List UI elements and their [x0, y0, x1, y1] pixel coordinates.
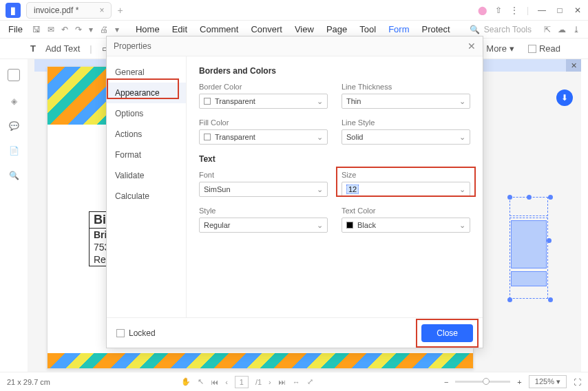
menu-page[interactable]: Page [326, 24, 347, 34]
titlebar: ▮ invoice.pdf * × + ⬤ ⇧ ⋮ | — □ ✕ [0, 0, 588, 21]
document-tab[interactable]: invoice.pdf * × [26, 2, 112, 19]
menu-comment[interactable]: Comment [200, 24, 238, 34]
properties-dialog: Properties ✕ General Appearance Options … [106, 36, 483, 348]
redo-icon[interactable]: ↷ [75, 25, 82, 34]
cloud-icon[interactable]: ⬤ [478, 6, 487, 15]
tab-title: invoice.pdf * [34, 6, 78, 15]
kebab-menu-icon[interactable]: ⋮ [510, 6, 518, 15]
swatch-icon [346, 222, 353, 229]
close-window-button[interactable]: ✕ [573, 6, 582, 15]
titlebar-right: ⬤ ⇧ ⋮ | — □ ✕ [478, 6, 582, 15]
external-icon[interactable]: ⇱ [544, 25, 551, 34]
section-text: Text [199, 154, 470, 164]
dialog-content: Borders and Colors Border Color Transpar… [187, 56, 483, 317]
print-icon[interactable]: 🖨 [100, 25, 108, 34]
side-options[interactable]: Options [107, 103, 186, 124]
mail-icon[interactable]: ✉ [48, 25, 54, 34]
search-tools[interactable]: 🔍 Search Tools [470, 25, 532, 34]
fill-color-dropdown[interactable]: Transparent [199, 129, 328, 145]
font-dropdown[interactable]: SimSun [199, 182, 328, 197]
last-page-icon[interactable]: ⏭ [278, 378, 286, 386]
footer-graphic [48, 353, 473, 368]
side-validate[interactable]: Validate [107, 165, 186, 186]
menu-edit[interactable]: Edit [172, 24, 187, 34]
close-button[interactable]: Close [421, 324, 473, 342]
menu-form[interactable]: Form [388, 24, 409, 34]
more-button[interactable]: More ▾ [486, 43, 514, 54]
section-borders: Borders and Colors [199, 66, 470, 76]
fit-page-icon[interactable]: ⤢ [307, 377, 313, 386]
comments-icon[interactable]: 💬 [9, 121, 19, 131]
new-tab-button[interactable]: + [117, 5, 123, 16]
select-tool-icon[interactable]: ↖ [198, 377, 204, 386]
dialog-footer: Locked Close [107, 317, 483, 348]
line-thickness-dropdown[interactable]: Thin [342, 94, 470, 109]
zoom-controls: − + 125% ▾ ⛶ [444, 375, 581, 388]
zoom-slider[interactable] [455, 381, 510, 383]
search-panel-icon[interactable]: 🔍 [9, 171, 19, 180]
size-label: Size [342, 171, 470, 179]
undo-icon[interactable]: ↶ [61, 25, 68, 34]
size-dropdown[interactable]: 12 [342, 182, 470, 197]
download-icon[interactable]: ⤓ [573, 25, 580, 34]
style-dropdown[interactable]: Regular [199, 218, 328, 233]
left-rail: ◈ 💬 📄 🔍 [0, 69, 28, 180]
info-band-close[interactable]: ✕ [566, 59, 581, 72]
download-badge[interactable]: ⬇ [556, 89, 573, 106]
attachments-icon[interactable]: 📄 [9, 146, 19, 156]
sync-icon[interactable]: ☁ [558, 25, 566, 34]
dialog-titlebar: Properties ✕ [107, 36, 483, 56]
share-icon[interactable]: ⇧ [495, 6, 502, 15]
text-tool-icon[interactable]: T [30, 43, 36, 54]
zoom-in-icon[interactable]: + [517, 378, 521, 386]
border-color-dropdown[interactable]: Transparent [199, 94, 328, 109]
text-color-label: Text Color [342, 207, 470, 215]
save-icon[interactable]: 🖫 [32, 25, 41, 34]
menu-protect[interactable]: Protect [421, 24, 450, 34]
menu-convert[interactable]: Convert [251, 24, 282, 34]
quick-actions: 🖫 ✉ ↶ ↷ ▾ 🖨 ▾ [32, 25, 119, 34]
menu-home[interactable]: Home [136, 24, 160, 34]
read-checkbox[interactable]: Read [528, 43, 560, 54]
first-page-icon[interactable]: ⏮ [211, 378, 218, 386]
more-dropdown-icon[interactable]: ▾ [89, 25, 93, 34]
maximize-button[interactable]: □ [555, 6, 565, 15]
checkbox-icon [528, 45, 536, 53]
side-actions[interactable]: Actions [107, 124, 186, 145]
text-color-dropdown[interactable]: Black [342, 218, 470, 233]
page-number-input[interactable]: 1 [235, 376, 249, 388]
page-navigation: ✋ ↖ ⏮ ‹ 1 /1 › ⏭ ↔ ⤢ [181, 376, 313, 388]
page-dimensions: 21 x 29.7 cm [7, 378, 50, 386]
fit-width-icon[interactable]: ↔ [293, 378, 300, 386]
file-menu[interactable]: File [8, 24, 23, 34]
fullscreen-icon[interactable]: ⛶ [574, 378, 581, 386]
menu-tool[interactable]: Tool [359, 24, 376, 34]
search-icon: 🔍 [470, 25, 480, 34]
line-style-dropdown[interactable]: Solid [342, 129, 470, 145]
zoom-out-icon[interactable]: − [444, 378, 448, 386]
thumbnails-icon[interactable] [8, 69, 20, 81]
next-page-icon[interactable]: › [269, 378, 271, 386]
side-format[interactable]: Format [107, 145, 186, 165]
add-text-button[interactable]: Add Text [45, 43, 80, 54]
divider: | [90, 43, 92, 54]
menu-view[interactable]: View [295, 24, 314, 34]
side-appearance[interactable]: Appearance [107, 83, 186, 103]
chevron-down-icon: ▾ [510, 43, 514, 54]
close-tab-icon[interactable]: × [99, 6, 104, 15]
checkbox-icon [116, 329, 125, 337]
dialog-title: Properties [114, 41, 151, 51]
fill-color-label: Fill Color [199, 118, 328, 127]
print-dropdown-icon[interactable]: ▾ [115, 25, 119, 34]
dialog-close-button[interactable]: ✕ [468, 41, 476, 52]
app-icon: ▮ [6, 3, 21, 18]
bookmarks-icon[interactable]: ◈ [11, 96, 17, 106]
zoom-thumb[interactable] [483, 378, 490, 385]
zoom-value[interactable]: 125% ▾ [529, 375, 567, 388]
prev-page-icon[interactable]: ‹ [225, 378, 228, 386]
locked-checkbox[interactable]: Locked [116, 328, 156, 338]
hand-tool-icon[interactable]: ✋ [181, 377, 191, 386]
minimize-button[interactable]: — [537, 6, 547, 15]
side-general[interactable]: General [107, 62, 186, 83]
side-calculate[interactable]: Calculate [107, 186, 186, 207]
